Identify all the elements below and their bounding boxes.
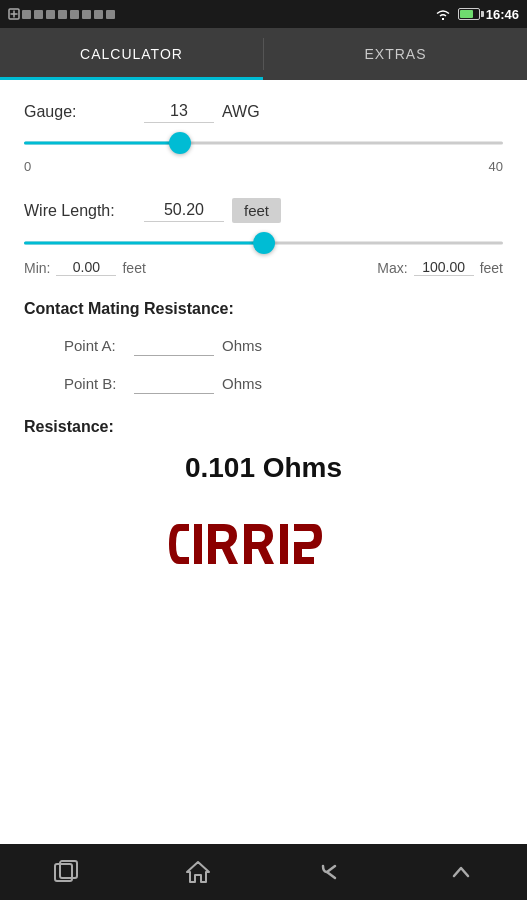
wire-length-max-label: Max: [377, 260, 407, 276]
notification-icons [8, 5, 118, 23]
tab-extras-label: EXTRAS [364, 46, 426, 62]
back-icon [315, 858, 343, 886]
gauge-slider-fill [24, 142, 180, 145]
point-a-row: Point A: Ohms [24, 334, 503, 356]
svg-rect-3 [22, 10, 31, 19]
tab-bar: CALCULATOR EXTRAS [0, 28, 527, 80]
gauge-field-row: Gauge: AWG [24, 100, 503, 123]
wire-length-min-max-row: Min: feet Max: feet [24, 259, 503, 276]
wire-length-max-input[interactable] [414, 259, 474, 276]
recents-icon [53, 859, 79, 885]
status-bar: 16:46 [0, 0, 527, 28]
gauge-unit: AWG [222, 103, 260, 121]
wire-length-max-unit: feet [480, 260, 503, 276]
wire-length-slider-container[interactable] [24, 233, 503, 253]
tab-calculator-label: CALCULATOR [80, 46, 183, 62]
wire-length-unit-button[interactable]: feet [232, 198, 281, 223]
tab-extras[interactable]: EXTRAS [264, 28, 527, 80]
svg-rect-4 [34, 10, 43, 19]
point-b-input[interactable] [134, 372, 214, 394]
wire-length-value-input[interactable] [144, 199, 224, 222]
gauge-value-input[interactable] [144, 100, 214, 123]
svg-rect-6 [58, 10, 67, 19]
cirris-logo [24, 514, 503, 583]
gauge-range-labels: 0 40 [24, 159, 503, 174]
wire-length-min-label: Min: [24, 260, 50, 276]
gauge-section: Gauge: AWG 0 40 [24, 100, 503, 174]
wire-length-max-group: Max: feet [377, 259, 503, 276]
point-a-unit: Ohms [222, 337, 262, 354]
point-b-row: Point B: Ohms [24, 372, 503, 394]
svg-rect-8 [82, 10, 91, 19]
gauge-slider-container[interactable] [24, 133, 503, 153]
gauge-label: Gauge: [24, 103, 144, 121]
wire-length-min-unit: feet [122, 260, 145, 276]
main-content: Gauge: AWG 0 40 Wire Length: feet [0, 80, 527, 844]
resistance-section: Resistance: 0.101 Ohms [24, 418, 503, 484]
svg-rect-9 [94, 10, 103, 19]
svg-rect-5 [46, 10, 55, 19]
resistance-label: Resistance: [24, 418, 503, 436]
wire-length-slider-thumb[interactable] [253, 232, 275, 254]
point-b-unit: Ohms [222, 375, 262, 392]
nav-menu-button[interactable] [436, 852, 486, 892]
battery-icon [458, 8, 480, 20]
nav-back-button[interactable] [304, 852, 354, 892]
tab-calculator[interactable]: CALCULATOR [0, 28, 263, 80]
status-time: 16:46 [486, 7, 519, 22]
wire-length-label: Wire Length: [24, 202, 144, 220]
nav-home-button[interactable] [173, 852, 223, 892]
wifi-icon [434, 7, 452, 21]
menu-icon [447, 858, 475, 886]
battery-tip [481, 11, 484, 17]
logo-container [24, 514, 503, 583]
svg-rect-7 [70, 10, 79, 19]
gauge-min-label: 0 [24, 159, 31, 174]
wire-length-min-group: Min: feet [24, 259, 146, 276]
resistance-value: 0.101 Ohms [24, 452, 503, 484]
status-right: 16:46 [434, 7, 519, 22]
point-a-label: Point A: [64, 337, 134, 354]
svg-rect-10 [106, 10, 115, 19]
bottom-nav [0, 844, 527, 900]
gauge-slider-thumb[interactable] [169, 132, 191, 154]
contact-mating-section: Contact Mating Resistance: Point A: Ohms… [24, 300, 503, 394]
wire-length-field-row: Wire Length: feet [24, 198, 503, 223]
point-b-label: Point B: [64, 375, 134, 392]
battery-fill [460, 10, 474, 18]
nav-recents-button[interactable] [41, 852, 91, 892]
wire-length-slider-fill [24, 242, 264, 245]
wire-length-min-input[interactable] [56, 259, 116, 276]
home-icon [184, 858, 212, 886]
cirris-logo-svg [164, 514, 364, 574]
svg-rect-12 [280, 524, 288, 564]
contact-mating-header: Contact Mating Resistance: [24, 300, 503, 318]
gauge-max-label: 40 [489, 159, 503, 174]
point-a-input[interactable] [134, 334, 214, 356]
svg-rect-11 [194, 524, 202, 564]
status-notification-icons [8, 5, 118, 23]
wire-length-section: Wire Length: feet Min: feet Max: feet [24, 198, 503, 276]
